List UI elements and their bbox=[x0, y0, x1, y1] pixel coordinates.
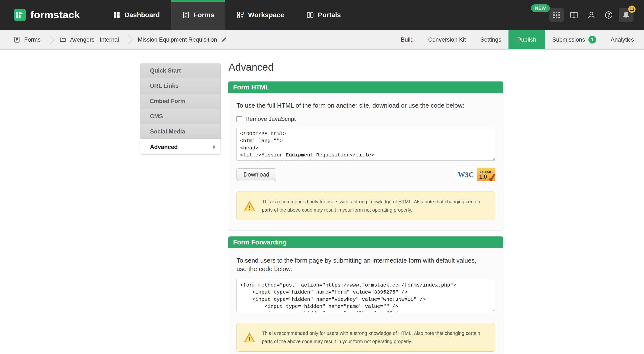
sidebar-item-cms[interactable]: CMS bbox=[140, 109, 220, 124]
nav-item-label: Workspace bbox=[248, 11, 284, 19]
workspace-icon bbox=[236, 11, 244, 19]
form-forwarding-panel-header: Form Forwarding bbox=[228, 236, 503, 248]
form-name-label: Mission Equipment Requisition bbox=[138, 36, 217, 43]
new-badge: NEW bbox=[531, 4, 550, 12]
breadcrumb-form-name: Mission Equipment Requisition bbox=[132, 36, 233, 43]
forms-doc-icon bbox=[14, 36, 20, 43]
sidebar-item-label: Embed Form bbox=[150, 98, 186, 105]
sidebar-item-social-media[interactable]: Social Media bbox=[140, 124, 220, 139]
sidebar-item-label: CMS bbox=[150, 113, 163, 120]
panel-title: Form HTML bbox=[233, 84, 269, 91]
tab-analytics[interactable]: Analytics bbox=[604, 30, 644, 49]
remove-javascript-label: Remove JavaScript bbox=[246, 116, 296, 122]
form-forwarding-description-line1: To send users to the form page by submit… bbox=[236, 257, 495, 264]
w3c-checkmark-icon: ✓ bbox=[487, 170, 498, 185]
form-forwarding-warning-box: ! This is recommended only for users wit… bbox=[236, 323, 495, 351]
tab-label: Publish bbox=[517, 36, 536, 43]
sidebar-item-quick-start[interactable]: Quick Start bbox=[140, 63, 220, 78]
docs-book-icon[interactable] bbox=[567, 8, 581, 22]
breadcrumb-bar: Forms Avengers - Internal Mission Equipm… bbox=[0, 30, 644, 50]
breadcrumb-forms[interactable]: Forms bbox=[14, 36, 46, 43]
tab-label: Build bbox=[401, 36, 414, 43]
tab-submissions[interactable]: Submissions 1 bbox=[545, 30, 604, 49]
breadcrumb-folder[interactable]: Avengers - Internal bbox=[54, 36, 125, 43]
nav-item-label: Forms bbox=[194, 11, 214, 19]
apps-grid-icon[interactable] bbox=[549, 8, 564, 22]
page-title: Advanced bbox=[228, 61, 504, 73]
form-forwarding-panel-body: To send users to the form page by submit… bbox=[228, 248, 503, 354]
download-button[interactable]: Download bbox=[236, 168, 276, 181]
content-area: Quick Start URL Links Embed Form CMS Soc… bbox=[0, 50, 644, 354]
warning-icon: ! bbox=[244, 201, 255, 211]
chevron-separator-icon bbox=[46, 35, 54, 44]
top-nav-utilities: NEW 11 bbox=[531, 0, 644, 30]
sidebar-item-label: Advanced bbox=[150, 144, 178, 150]
panel-title: Form Forwarding bbox=[233, 239, 287, 246]
tab-label: Submissions bbox=[552, 36, 585, 43]
portals-icon bbox=[306, 11, 314, 19]
sidebar-item-url-links[interactable]: URL Links bbox=[140, 78, 220, 94]
warning-text: This is recommended only for users with … bbox=[262, 329, 488, 345]
breadcrumb: Forms Avengers - Internal Mission Equipm… bbox=[0, 30, 233, 49]
sidebar-item-embed-form[interactable]: Embed Form bbox=[140, 94, 220, 109]
sidebar-item-label: Quick Start bbox=[150, 67, 181, 74]
tab-build[interactable]: Build bbox=[394, 30, 421, 49]
breadcrumb-label: Avengers - Internal bbox=[70, 36, 119, 43]
notification-count-badge: 11 bbox=[628, 5, 636, 14]
nav-item-workspace[interactable]: Workspace bbox=[226, 0, 295, 30]
nav-item-label: Dashboard bbox=[124, 11, 160, 19]
top-navigation: formstack Dashboard Forms Workspace bbox=[0, 0, 644, 30]
brand-name: formstack bbox=[30, 9, 80, 21]
form-html-panel: Form HTML To use the full HTML of the fo… bbox=[228, 81, 504, 230]
active-item-arrow-icon bbox=[213, 145, 216, 149]
forms-icon bbox=[182, 11, 190, 19]
form-html-actions: Download W3C XHTML 1.0 ✓ bbox=[236, 168, 495, 181]
form-html-description: To use the full HTML of the form on anot… bbox=[236, 102, 495, 109]
w3c-xhtml-badge[interactable]: W3C XHTML 1.0 ✓ bbox=[454, 168, 495, 181]
nav-item-forms[interactable]: Forms bbox=[171, 0, 226, 30]
remove-javascript-row: Remove JavaScript bbox=[236, 116, 495, 122]
sidebar-item-label: Social Media bbox=[150, 128, 185, 135]
form-html-panel-body: To use the full HTML of the form on anot… bbox=[228, 93, 503, 230]
publish-side-menu: Quick Start URL Links Embed Form CMS Soc… bbox=[140, 63, 221, 155]
form-forwarding-panel: Form Forwarding To send users to the for… bbox=[228, 236, 504, 354]
dashboard-icon bbox=[113, 11, 120, 19]
account-person-icon[interactable] bbox=[584, 8, 598, 22]
warning-icon: ! bbox=[244, 332, 255, 342]
nav-item-dashboard[interactable]: Dashboard bbox=[102, 0, 171, 30]
sidebar-item-label: URL Links bbox=[150, 83, 178, 89]
form-forwarding-description-line2: use the code below: bbox=[236, 265, 495, 273]
formstack-logo-icon bbox=[14, 9, 26, 21]
tab-conversion-kit[interactable]: Conversion Kit bbox=[421, 30, 473, 49]
form-html-panel-header: Form HTML bbox=[228, 82, 503, 93]
submissions-count-badge: 1 bbox=[588, 36, 596, 44]
screen: formstack Dashboard Forms Workspace bbox=[0, 0, 644, 354]
tab-label: Analytics bbox=[611, 36, 634, 43]
nav-item-portals[interactable]: Portals bbox=[295, 0, 352, 30]
tab-settings[interactable]: Settings bbox=[473, 30, 508, 49]
tab-label: Settings bbox=[480, 36, 501, 43]
form-section-tabs: Build Conversion Kit Settings Publish Su… bbox=[394, 30, 644, 49]
advanced-page: Advanced Form HTML To use the full HTML … bbox=[228, 61, 504, 354]
formstack-logo[interactable]: formstack bbox=[0, 0, 80, 30]
help-icon[interactable] bbox=[602, 8, 616, 22]
notifications-bell-icon[interactable]: 11 bbox=[619, 8, 633, 22]
main-nav: Dashboard Forms Workspace Portals bbox=[102, 0, 352, 30]
w3c-logo-text: W3C bbox=[455, 168, 477, 181]
tab-publish[interactable]: Publish bbox=[508, 30, 545, 49]
form-forwarding-code-box[interactable]: <form method="post" action="https://www.… bbox=[236, 279, 495, 312]
breadcrumb-label: Forms bbox=[24, 36, 40, 43]
warning-text: This is recommended only for users with … bbox=[262, 198, 488, 214]
form-html-warning-box: ! This is recommended only for users wit… bbox=[236, 191, 495, 220]
nav-item-label: Portals bbox=[318, 11, 341, 19]
folder-icon bbox=[60, 36, 66, 43]
sidebar-item-advanced[interactable]: Advanced bbox=[140, 139, 220, 155]
form-html-code-box[interactable]: <!DOCTYPE html> <html lang=""> <head> <t… bbox=[236, 128, 495, 161]
chevron-separator-icon bbox=[124, 35, 133, 44]
remove-javascript-checkbox[interactable] bbox=[236, 116, 242, 122]
tab-label: Conversion Kit bbox=[428, 36, 466, 43]
edit-form-name-icon[interactable] bbox=[221, 37, 227, 43]
